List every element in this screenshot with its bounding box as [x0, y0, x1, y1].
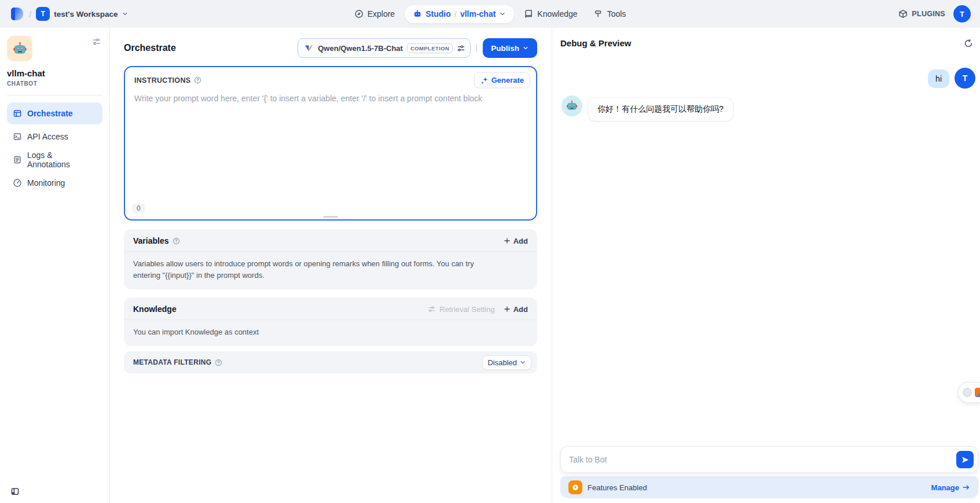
sidebar-item-api-access[interactable]: API Access	[7, 126, 102, 148]
send-button[interactable]	[956, 451, 974, 468]
help-icon[interactable]	[172, 237, 180, 245]
sidebar-item-logs-annotations[interactable]: Logs & Annotations	[7, 149, 102, 171]
send-icon	[961, 456, 970, 464]
generate-button[interactable]: Generate	[474, 72, 530, 88]
nav-tools-label: Tools	[607, 9, 626, 19]
sliders-icon	[428, 305, 436, 313]
model-mode-badge: COMPLETION	[407, 43, 453, 53]
model-config-sliders-icon	[457, 44, 465, 53]
instructions-input[interactable]	[125, 90, 536, 219]
manage-features-link[interactable]: Manage	[931, 483, 970, 492]
user-chat-avatar: T	[955, 68, 975, 89]
app-type-badge: CHATBOT	[7, 80, 102, 87]
robot-emoji-icon	[566, 100, 578, 112]
plus-icon	[503, 237, 511, 245]
features-label: Features Enabled	[588, 483, 647, 492]
widget-app-icon	[975, 388, 980, 397]
divider	[476, 43, 477, 53]
divider	[7, 95, 102, 96]
nav-current-app: vllm-chat	[460, 9, 495, 19]
sidebar-item-label: Monitoring	[27, 178, 65, 188]
chevron-down-icon	[522, 45, 529, 52]
vllm-logo-icon	[304, 43, 314, 53]
account-avatar[interactable]: T	[953, 5, 971, 23]
gauge-icon	[13, 178, 22, 188]
nav-tools[interactable]: Tools	[588, 5, 633, 23]
widget-dot-icon	[963, 388, 972, 397]
layout-icon	[13, 109, 22, 118]
hammer-icon	[594, 9, 603, 19]
metadata-filtering-value: Disabled	[487, 358, 517, 367]
help-icon[interactable]	[194, 76, 201, 84]
plugins-button[interactable]: PLUGINS	[898, 9, 945, 19]
features-bar: Features Enabled Manage	[560, 476, 978, 498]
dify-logo[interactable]	[9, 6, 24, 21]
chevron-down-icon	[519, 359, 526, 366]
collapse-panel-icon	[10, 487, 20, 496]
nav-knowledge[interactable]: Knowledge	[517, 5, 583, 23]
knowledge-description: You can import Knowledge as context	[124, 320, 537, 346]
sidebar-item-orchestrate[interactable]: Orchestrate	[7, 102, 102, 124]
knowledge-panel: Knowledge Retrieval Setting Add	[124, 298, 537, 346]
nav-studio-active[interactable]: Studio / vllm-chat	[405, 5, 514, 23]
help-icon[interactable]	[215, 359, 222, 366]
robot-icon	[413, 9, 422, 19]
nav-explore-label: Explore	[368, 9, 395, 19]
variables-panel: Variables Add Variables allow users to i…	[124, 229, 537, 289]
sliders-icon	[92, 37, 101, 46]
bot-message-bubble: 你好！有什么问题我可以帮助你吗?	[588, 98, 733, 121]
model-selector[interactable]: Qwen/Qwen1.5-7B-Chat COMPLETION	[298, 38, 471, 58]
metadata-filtering-title: METADATA FILTERING	[133, 358, 211, 366]
sidebar-item-monitoring[interactable]: Monitoring	[7, 172, 102, 194]
package-icon	[898, 9, 908, 19]
arrow-right-icon	[962, 483, 970, 491]
add-label: Add	[513, 237, 528, 245]
char-count-badge: 0	[132, 203, 145, 214]
add-variable-button[interactable]: Add	[503, 237, 528, 245]
retrieval-setting-button[interactable]: Retrieval Setting	[428, 305, 494, 314]
manage-label: Manage	[931, 483, 959, 492]
resize-handle[interactable]	[323, 216, 338, 218]
plus-icon	[503, 305, 511, 313]
instructions-panel: INSTRUCTIONS Generate 0	[124, 66, 537, 221]
floating-widget[interactable]	[958, 382, 980, 403]
nav-explore[interactable]: Explore	[348, 5, 401, 23]
publish-button[interactable]: Publish	[483, 38, 537, 58]
separator: /	[454, 9, 457, 19]
sidebar-item-label: Logs & Annotations	[27, 150, 97, 169]
debug-preview-panel: Debug & Preview hi T	[552, 28, 980, 503]
workspace-avatar: T	[36, 7, 50, 21]
workspace-switcher[interactable]: T test's Workspace	[36, 7, 129, 21]
bot-chat-avatar	[561, 96, 582, 116]
add-knowledge-button[interactable]: Add	[503, 305, 528, 314]
chat-message-user: hi T	[560, 68, 975, 89]
variables-title: Variables	[133, 236, 169, 245]
collapse-sidebar-button[interactable]	[10, 487, 20, 496]
chat-input[interactable]	[560, 446, 978, 473]
app-settings-button[interactable]	[91, 36, 102, 47]
publish-label: Publish	[491, 44, 519, 53]
page-title: Orchestrate	[124, 43, 176, 53]
restart-conversation-icon[interactable]	[964, 39, 973, 48]
document-icon	[13, 155, 22, 164]
orchestrate-panel: Orchestrate Qwen/Qwen1.5-7B-Chat COMPLET…	[110, 28, 552, 503]
retrieval-setting-label: Retrieval Setting	[439, 305, 494, 314]
debug-preview-title: Debug & Preview	[560, 38, 632, 48]
metadata-filtering-select[interactable]: Disabled	[482, 355, 531, 370]
sparkles-icon	[480, 76, 489, 85]
chat-message-bot: 你好！有什么问题我可以帮助你吗?	[560, 96, 975, 121]
user-message-bubble: hi	[928, 69, 949, 88]
add-label: Add	[513, 305, 528, 314]
app-avatar	[7, 36, 32, 61]
sidebar-item-label: API Access	[27, 132, 68, 141]
book-icon	[524, 9, 533, 19]
terminal-icon	[13, 132, 22, 141]
explore-icon	[354, 9, 364, 19]
features-icon	[568, 480, 582, 494]
robot-emoji-icon	[12, 41, 28, 57]
metadata-filtering-row: METADATA FILTERING Disabled	[124, 351, 537, 373]
chevron-down-icon	[499, 10, 506, 17]
app-sidebar: vllm-chat CHATBOT Orchestrate API Access…	[0, 28, 110, 503]
model-name: Qwen/Qwen1.5-7B-Chat	[318, 44, 403, 53]
variables-description: Variables allow users to introduce promp…	[124, 252, 494, 289]
